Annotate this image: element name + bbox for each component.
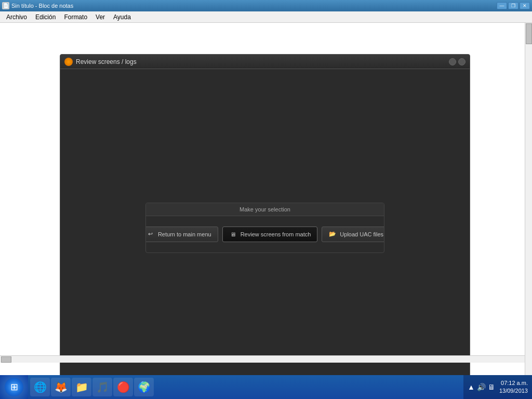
app-maximize-button[interactable] [458, 58, 466, 65]
menu-item-edición[interactable]: Edición [31, 12, 60, 22]
window-title: Sin título - Bloc de notas [11, 3, 73, 9]
tray-arrow-icon[interactable]: ▲ [468, 383, 475, 391]
h-scroll-thumb[interactable] [1, 356, 11, 363]
selection-header: Make your selection [146, 203, 384, 216]
clock-date: 13/09/2013 [499, 387, 528, 395]
upload-uac-button[interactable]: 📂 Upload UAC files [322, 227, 384, 242]
notepad-title-bar: 📄 Sin título - Bloc de notas — ❐ ✕ [0, 0, 532, 11]
tray-volume-icon[interactable]: 🔊 [477, 383, 486, 391]
selection-body: ↩ Return to main menu 🖥 Review screens f… [146, 216, 384, 252]
upload-icon: 📂 [328, 230, 337, 238]
notepad-icon: 📄 [2, 2, 9, 9]
return-icon: ↩ [147, 230, 155, 238]
review-screens-button[interactable]: 🖥 Review screens from match [222, 227, 318, 242]
tray-monitor-icon[interactable]: 🖥 [488, 383, 495, 391]
desktop: Review screens / logs Make your selectio… [0, 23, 532, 387]
return-to-main-menu-button[interactable]: ↩ Return to main menu [145, 227, 218, 242]
close-button[interactable]: ✕ [520, 2, 530, 9]
clock-time: 07:12 a.m. [499, 379, 528, 387]
right-scrollbar[interactable] [525, 23, 532, 387]
taskbar-items: 🌐 🦊 📁 🎵 🔴 🌍 [28, 376, 463, 398]
bottom-scrollbar[interactable] [0, 355, 525, 363]
start-orb[interactable]: ⊞ [5, 378, 23, 396]
selection-panel: Make your selection ↩ Return to main men… [145, 203, 384, 253]
maximize-button[interactable]: ❐ [508, 2, 518, 9]
app-content: Make your selection ↩ Return to main men… [60, 69, 470, 386]
taskbar-icon-firefox[interactable]: 🦊 [51, 378, 71, 396]
minimize-button[interactable]: — [497, 2, 507, 9]
menu-item-ver[interactable]: Ver [91, 12, 109, 22]
title-bar-left: 📄 Sin título - Bloc de notas [2, 2, 73, 9]
menu-item-ayuda[interactable]: Ayuda [109, 12, 135, 22]
menu-item-archivo[interactable]: Archivo [2, 12, 31, 22]
app-icon [64, 58, 73, 66]
tray-icons: ▲ 🔊 🖥 [468, 383, 495, 391]
app-window-controls[interactable] [449, 58, 466, 65]
app-title-left: Review screens / logs [64, 58, 137, 66]
system-tray: ▲ 🔊 🖥 07:12 a.m. 13/09/2013 [463, 375, 532, 399]
app-window: Review screens / logs Make your selectio… [60, 54, 470, 387]
scrollbar-thumb[interactable] [526, 23, 532, 44]
menu-bar: ArchivoEdiciónFormatoVerAyuda [0, 11, 532, 23]
taskbar-icon-chrome[interactable]: 🔴 [113, 378, 133, 396]
review-icon: 🖥 [229, 230, 237, 238]
taskbar-icon-network[interactable]: 🌍 [134, 378, 154, 396]
app-minimize-button[interactable] [449, 58, 456, 65]
start-button[interactable]: ⊞ [0, 375, 28, 399]
title-bar-controls[interactable]: — ❐ ✕ [497, 2, 530, 9]
taskbar-icon-folder[interactable]: 📁 [72, 378, 91, 396]
clock: 07:12 a.m. 13/09/2013 [499, 379, 528, 395]
taskbar: ⊞ 🌐 🦊 📁 🎵 🔴 🌍 ▲ 🔊 🖥 07:12 a.m. 13/09/201… [0, 375, 532, 399]
app-title-text: Review screens / logs [76, 58, 137, 65]
taskbar-icon-ie[interactable]: 🌐 [30, 378, 50, 396]
menu-item-formato[interactable]: Formato [60, 12, 91, 22]
taskbar-icon-media[interactable]: 🎵 [92, 378, 112, 396]
app-title-bar: Review screens / logs [60, 55, 470, 69]
